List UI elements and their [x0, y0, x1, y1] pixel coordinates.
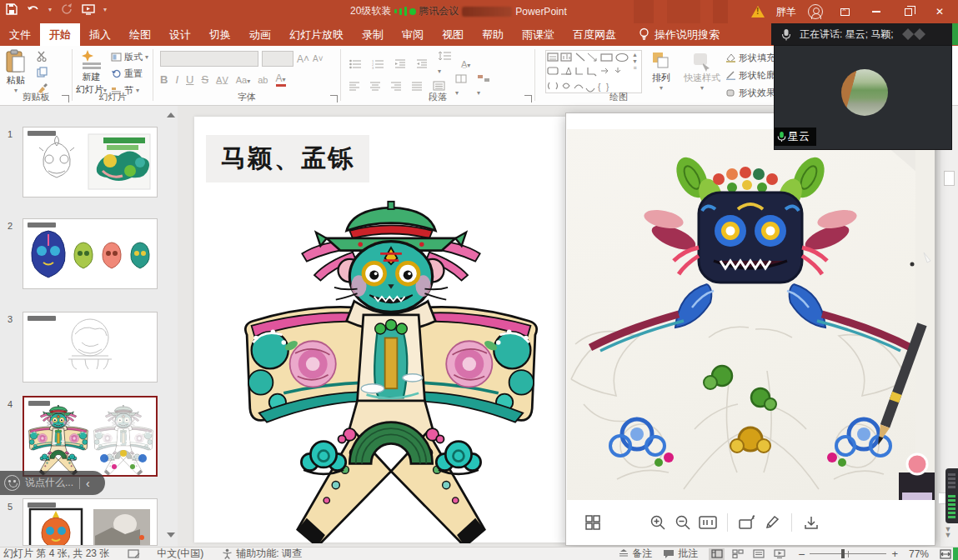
tab-file[interactable]: 文件	[0, 23, 40, 46]
collapse-chat-icon[interactable]: ‹	[86, 477, 90, 490]
accessibility-status[interactable]: 辅助功能: 调查	[236, 547, 302, 560]
cut-icon[interactable]	[37, 51, 49, 62]
numbering-icon[interactable]: 123	[372, 59, 384, 69]
font-name-input[interactable]	[160, 51, 258, 67]
tab-transitions[interactable]: 切换	[200, 23, 240, 46]
shape-fill-button[interactable]: 形状填充	[725, 52, 775, 64]
redo-icon[interactable]	[60, 2, 73, 16]
zoom-percentage[interactable]: 77%	[909, 548, 929, 560]
slide-thumbnail-4-selected[interactable]	[23, 396, 158, 477]
minimize-button[interactable]	[866, 4, 886, 19]
reading-view-button[interactable]	[750, 548, 766, 560]
tab-insert[interactable]: 插入	[80, 23, 120, 46]
zoom-out-button[interactable]: −	[798, 548, 805, 560]
language-indicator[interactable]: 中文(中国)	[157, 547, 203, 560]
zoom-slider-thumb[interactable]	[841, 549, 845, 558]
zoom-slider-track[interactable]	[810, 553, 886, 555]
slide-thumbnail-1[interactable]	[23, 127, 158, 198]
tab-slideshow[interactable]: 幻灯片放映	[280, 23, 353, 46]
distribute-icon[interactable]	[433, 81, 445, 91]
slide-title[interactable]: 马颖、孟铄	[206, 135, 369, 182]
font-dialog-launcher[interactable]	[330, 95, 338, 102]
align-left-icon[interactable]	[349, 82, 360, 91]
text-direction-icon[interactable]: A̤▾	[461, 59, 470, 69]
display-settings-icon[interactable]	[128, 549, 140, 558]
increase-indent-icon[interactable]	[416, 59, 428, 69]
align-center-icon[interactable]	[370, 82, 381, 91]
meeting-floating-pill[interactable]: 腾讯会议	[394, 4, 459, 18]
tab-home[interactable]: 开始	[40, 23, 80, 46]
normal-view-button[interactable]	[709, 548, 725, 560]
ribbon-display-options-button[interactable]	[835, 4, 855, 19]
undo-icon[interactable]	[27, 2, 40, 16]
copy-icon[interactable]	[37, 67, 49, 78]
scroll-up-icon[interactable]	[167, 112, 175, 118]
paragraph-dialog-launcher[interactable]	[524, 95, 532, 102]
tab-design[interactable]: 设计	[160, 23, 200, 46]
highlight-color-icon[interactable]: ab	[258, 75, 268, 85]
decrease-indent-icon[interactable]	[394, 59, 406, 69]
scroll-down-icon[interactable]	[167, 532, 175, 538]
grow-font-icon[interactable]: A˄	[297, 53, 309, 65]
slideshow-from-start-icon[interactable]	[82, 2, 95, 16]
tab-baidu-netdisk[interactable]: 百度网盘	[564, 23, 625, 46]
arrange-button[interactable]: 排列▾	[650, 50, 672, 92]
bullets-icon[interactable]	[349, 59, 362, 69]
qat-customize-dropdown[interactable]: ▾	[103, 6, 107, 13]
tab-rain-classroom[interactable]: 雨课堂	[513, 23, 564, 46]
bold-button[interactable]: B	[160, 73, 168, 86]
slide-thumbnail-5[interactable]	[23, 498, 158, 546]
chat-input[interactable]: 说点什么...	[25, 476, 73, 490]
warning-icon[interactable]	[751, 6, 765, 18]
tell-me-search[interactable]: 操作说明搜索	[639, 23, 720, 46]
zoom-in-button[interactable]: +	[891, 548, 898, 560]
char-spacing-icon[interactable]: A̲V̲	[216, 75, 228, 85]
slide-thumbnail-2[interactable]	[23, 218, 158, 289]
slide-counter[interactable]: 幻灯片 第 4 张, 共 23 张	[3, 547, 109, 560]
viewer-photo[interactable]	[567, 129, 935, 501]
thumbnail-grid-icon[interactable]	[580, 510, 605, 535]
zoom-in-icon[interactable]	[645, 510, 670, 535]
meeting-chat-bar[interactable]: 说点什么... ‹	[0, 471, 105, 495]
save-icon[interactable]	[5, 2, 18, 16]
quick-styles-button[interactable]: 快速样式▾	[684, 50, 720, 92]
font-size-input[interactable]	[262, 51, 293, 67]
layout-button[interactable]: 版式▾	[111, 51, 148, 63]
thumbnail-scrollbar[interactable]	[166, 112, 176, 542]
new-slide-button[interactable]: 新建 幻灯片▾	[76, 49, 107, 96]
slide-sorter-view-button[interactable]	[730, 548, 745, 560]
zoom-out-icon[interactable]	[670, 510, 695, 535]
slideshow-view-button[interactable]	[771, 548, 787, 560]
edit-pencil-icon[interactable]	[760, 510, 785, 535]
slide-thumbnail-3[interactable]	[23, 312, 158, 382]
fit-to-window-button[interactable]	[940, 549, 951, 559]
restore-button[interactable]	[898, 4, 918, 19]
align-right-icon[interactable]	[391, 82, 402, 91]
next-slide-button[interactable]: ▼▼	[941, 527, 955, 542]
image-viewer-window[interactable]	[565, 112, 935, 546]
tab-record[interactable]: 录制	[353, 23, 393, 46]
account-name[interactable]: 胖羊	[776, 5, 796, 19]
shape-effects-button[interactable]: 形状效果	[725, 87, 775, 99]
tab-help[interactable]: 帮助	[473, 23, 513, 46]
font-color-icon[interactable]: A▾	[276, 72, 286, 87]
meeting-speaking-bar[interactable]: 正在讲话: 星云; 马颖;	[771, 23, 952, 45]
notes-toggle[interactable]: 备注	[619, 547, 652, 560]
meeting-video-tile[interactable]: 星云	[774, 45, 952, 150]
clipboard-dialog-launcher[interactable]	[62, 95, 69, 102]
actual-size-icon[interactable]	[695, 510, 720, 535]
tab-animations[interactable]: 动画	[240, 23, 280, 46]
strikethrough-button[interactable]: S	[201, 73, 208, 86]
underline-button[interactable]: U	[186, 73, 193, 86]
shape-gallery-scroll[interactable]: ▲▼≡	[629, 52, 640, 72]
tab-review[interactable]: 审阅	[393, 23, 433, 46]
italic-button[interactable]: I	[175, 73, 178, 86]
download-icon[interactable]	[799, 510, 824, 535]
reset-button[interactable]: 重置	[111, 68, 148, 80]
close-button[interactable]: ✕	[930, 4, 950, 19]
paste-button[interactable]: 粘贴▾	[5, 49, 27, 94]
shape-gallery[interactable]: { } ▲▼≡	[545, 50, 642, 93]
comments-toggle[interactable]: 批注	[663, 547, 698, 560]
kite-artwork[interactable]	[238, 200, 544, 543]
rotate-icon[interactable]	[735, 510, 760, 535]
